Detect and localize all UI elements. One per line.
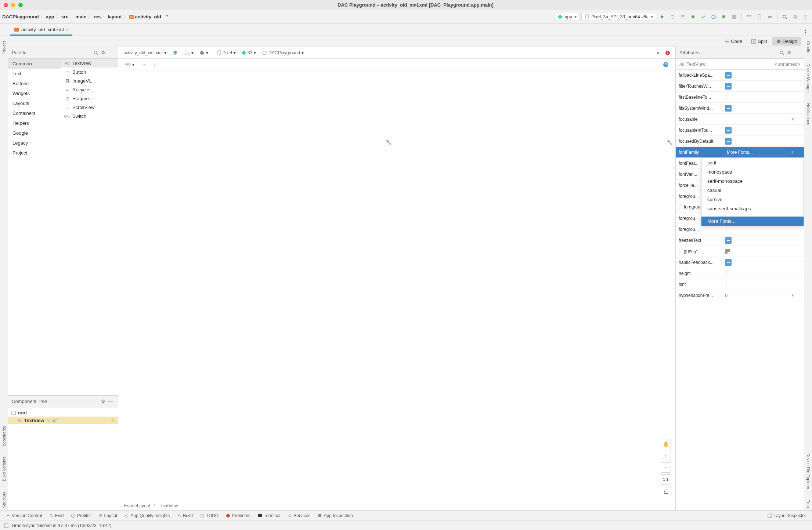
project-structure-button[interactable] <box>745 12 754 21</box>
dropdown-arrow[interactable]: ▾ <box>790 293 795 298</box>
attribute-row[interactable]: filterTouchesW... <box>676 81 804 92</box>
breadcrumb-item[interactable]: res <box>94 14 101 19</box>
minimize-panel-button[interactable]: — <box>107 49 114 57</box>
bool-chip[interactable] <box>725 127 732 134</box>
sync-icon[interactable] <box>163 12 172 21</box>
bookmarks-tool-tab[interactable]: Bookmarks <box>2 424 6 449</box>
palette-category[interactable]: Google <box>8 128 61 138</box>
palette-item[interactable]: 🖼ImageVi... <box>61 76 118 85</box>
attribute-row[interactable]: fitsSystemWind... <box>676 103 804 114</box>
device-select[interactable]: Pixel_3a_API_33_arm64-v8a ▾ <box>581 13 656 21</box>
dropdown-arrow[interactable]: ▾ <box>790 116 795 122</box>
attribute-row[interactable]: hyphenationFre...0▾ <box>676 290 804 301</box>
logcat-tab[interactable]: Logcat <box>95 512 120 519</box>
design-mode-button[interactable]: Design <box>772 37 801 46</box>
breadcrumb-item[interactable]: activity_old <box>135 14 162 19</box>
attribute-row[interactable]: firstBaselineTo... <box>676 92 804 103</box>
palette-item[interactable]: ◫Fragme... <box>61 94 118 103</box>
palette-category[interactable]: Helpers <box>8 118 61 128</box>
device-manager-tool-tab[interactable]: Device Manager <box>806 61 811 95</box>
avd-button[interactable] <box>755 12 764 21</box>
editor-tab[interactable]: activity_old_xml.xml × <box>10 25 72 36</box>
layout-inspector-tab[interactable]: Layout Inspector <box>765 512 809 519</box>
theme-picker[interactable]: DACPlayground ▾ <box>260 50 305 56</box>
search-icon[interactable] <box>778 49 786 57</box>
zoom-reset-button[interactable]: ◱ <box>661 486 671 496</box>
attribute-row[interactable]: focusableInTou... <box>676 125 804 136</box>
bool-chip[interactable] <box>725 237 732 244</box>
palette-item[interactable]: ⊙⊙Switch <box>61 112 118 120</box>
breadcrumb-item[interactable]: layout <box>108 14 122 19</box>
build-variants-tool-tab[interactable]: Build Variants <box>2 454 6 483</box>
attribute-value-input[interactable]: More Fonts... <box>725 149 789 156</box>
minimize-panel-button[interactable]: — <box>793 49 800 57</box>
problems-tab[interactable]: Problems <box>223 512 253 519</box>
version-control-tab[interactable]: Version Control <box>3 512 45 519</box>
bool-chip[interactable] <box>725 83 732 90</box>
profile-button[interactable] <box>699 12 708 21</box>
project-tool-tab[interactable]: Project <box>2 39 6 56</box>
font-option[interactable]: monospace <box>701 167 804 177</box>
tree-row-root[interactable]: root <box>8 409 118 417</box>
path-item[interactable]: FrameLayout <box>124 503 150 508</box>
more-button[interactable] <box>719 12 728 21</box>
zoom-out-button[interactable]: − <box>661 462 671 473</box>
search-button[interactable] <box>780 12 789 21</box>
attribute-row[interactable]: freezesText <box>676 235 804 246</box>
app-inspection-tab[interactable]: App Inspection <box>315 512 356 519</box>
help-icon[interactable]: ? <box>661 61 670 68</box>
font-option[interactable]: cursive <box>701 195 804 204</box>
pan-button[interactable]: ✋ <box>661 439 671 449</box>
orientation-icon[interactable]: ▾ <box>183 49 195 57</box>
close-tab-button[interactable]: × <box>66 27 69 32</box>
build-tab[interactable]: Build <box>174 512 196 519</box>
settings-button[interactable] <box>791 12 800 21</box>
stop-button[interactable] <box>730 12 739 21</box>
gradle-tool-tab[interactable]: Gradle <box>806 39 811 55</box>
minimize-panel-button[interactable]: — <box>107 398 114 405</box>
autoconnect-icon[interactable]: ↔ <box>140 61 148 68</box>
palette-category[interactable]: Widgets <box>8 88 61 98</box>
palette-category[interactable]: Containers <box>8 108 61 118</box>
font-option[interactable]: serif-monospace <box>701 177 804 186</box>
tree-row-child[interactable]: Ab TextView "Ciao" ⚠ <box>8 417 118 424</box>
bool-chip[interactable] <box>725 105 732 112</box>
terminal-tab[interactable]: Terminal <box>255 512 283 519</box>
palette-item[interactable]: ≡Recycler... <box>61 85 118 94</box>
font-option[interactable]: serif <box>701 158 804 167</box>
breadcrumb-item[interactable]: src <box>61 14 69 19</box>
path-item[interactable]: TextView <box>160 503 178 508</box>
bool-chip[interactable] <box>725 138 732 145</box>
avatar-button[interactable] <box>801 12 810 21</box>
minimize-window-button[interactable] <box>11 3 15 7</box>
run-config-select[interactable]: app ▾ <box>554 13 580 21</box>
palette-category[interactable]: Text <box>8 69 61 79</box>
run-button[interactable] <box>658 12 667 21</box>
attach-button[interactable] <box>709 12 718 21</box>
default-margin-icon[interactable]: ↕ <box>152 61 157 68</box>
breadcrumb-item[interactable]: main <box>75 14 86 19</box>
night-mode-icon[interactable]: ▾ <box>198 50 210 56</box>
attribute-row[interactable]: 〉gravity <box>676 246 804 257</box>
sdk-button[interactable] <box>765 12 774 21</box>
split-mode-button[interactable]: Split <box>747 37 771 46</box>
todo-tab[interactable]: TODO <box>197 512 221 519</box>
notifications-tool-tab[interactable]: Notifications <box>806 101 811 127</box>
font-option[interactable]: casual <box>701 186 804 195</box>
attribute-row[interactable]: fallbackLineSpa... <box>676 70 804 81</box>
attribute-row[interactable]: focusable▾ <box>676 114 804 125</box>
bool-chip[interactable] <box>725 72 732 79</box>
gear-icon[interactable]: ⚙ <box>100 49 107 57</box>
rerun-button[interactable] <box>668 12 677 21</box>
palette-category[interactable]: Layouts <box>8 98 61 108</box>
font-more-option[interactable]: More Fonts... <box>701 217 804 226</box>
breadcrumb-item[interactable]: DACPlayground <box>2 14 39 19</box>
palette-category[interactable]: Buttons <box>8 79 61 88</box>
canvas-file-select[interactable]: activity_old_xml.xml ▾ <box>122 50 168 56</box>
design-canvas[interactable]: 🔧 🔧 ✋ + − 1:1 ◱ <box>118 70 675 501</box>
gear-icon[interactable]: ⚙ <box>100 398 107 405</box>
code-mode-button[interactable]: Code <box>721 37 746 46</box>
palette-item[interactable]: ▭ScrollView <box>61 103 118 112</box>
app-quality-tab[interactable]: App Quality Insights <box>122 512 173 519</box>
attribute-row[interactable]: height <box>676 268 804 279</box>
